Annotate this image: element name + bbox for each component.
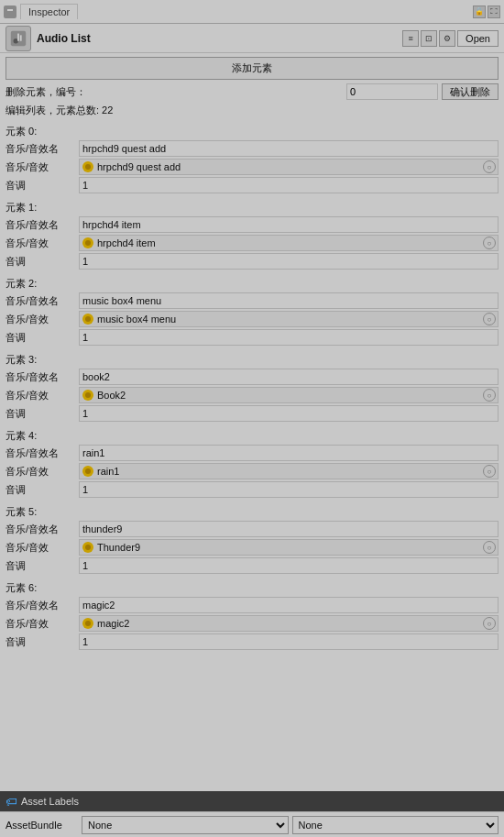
element-header-5: 元素 5: bbox=[5, 505, 499, 519]
edit-count-label: 编辑列表，元素总数: 22 bbox=[5, 104, 499, 117]
asset-circle-btn-3[interactable]: ○ bbox=[483, 389, 496, 402]
name-input-5[interactable] bbox=[79, 521, 499, 537]
pitch-input-4[interactable] bbox=[79, 481, 499, 498]
asset-label-4: 音乐/音效 bbox=[5, 465, 79, 479]
asset-dot-2 bbox=[82, 314, 93, 325]
pitch-input-2[interactable] bbox=[79, 329, 499, 346]
element-block-6: 元素 6: 音乐/音效名 音乐/音效 magic2 ○ 音调 bbox=[5, 581, 499, 650]
pitch-input-0[interactable] bbox=[79, 177, 499, 193]
app-icon bbox=[4, 6, 16, 18]
asset-field-6[interactable]: magic2 ○ bbox=[79, 615, 499, 632]
name-row-2: 音乐/音效名 bbox=[5, 292, 499, 309]
pitch-row-2: 音调 bbox=[5, 329, 499, 346]
asset-dot-1 bbox=[82, 237, 93, 248]
asset-field-3[interactable]: Book2 ○ bbox=[79, 387, 499, 403]
pitch-row-6: 音调 bbox=[5, 633, 499, 650]
pitch-label-4: 音调 bbox=[5, 483, 79, 497]
asset-bundle-select-1[interactable]: None bbox=[82, 816, 289, 834]
asset-dot-inner-5 bbox=[85, 545, 91, 550]
name-input-3[interactable] bbox=[79, 369, 499, 385]
pitch-label-2: 音调 bbox=[5, 331, 79, 345]
bottom-section: 🏷 Asset Labels AssetBundle None None bbox=[0, 791, 504, 837]
pitch-row-3: 音调 bbox=[5, 405, 499, 422]
audio-list-icon bbox=[5, 26, 31, 51]
pitch-input-1[interactable] bbox=[79, 253, 499, 270]
delete-row: 删除元素，编号： 确认删除 bbox=[5, 83, 499, 100]
name-row-6: 音乐/音效名 bbox=[5, 597, 499, 613]
elements-container: 元素 0: 音乐/音效名 音乐/音效 hrpchd9 quest add ○ 音… bbox=[5, 125, 499, 650]
confirm-delete-button[interactable]: 确认删除 bbox=[442, 83, 499, 100]
asset-circle-btn-5[interactable]: ○ bbox=[483, 541, 496, 554]
asset-circle-btn-1[interactable]: ○ bbox=[483, 237, 496, 249]
asset-label-5: 音乐/音效 bbox=[5, 541, 79, 555]
asset-row-5: 音乐/音效 Thunder9 ○ bbox=[5, 539, 499, 556]
asset-dot-6 bbox=[82, 618, 93, 629]
asset-field-0[interactable]: hrpchd9 quest add ○ bbox=[79, 159, 499, 175]
asset-field-5[interactable]: Thunder9 ○ bbox=[79, 539, 499, 556]
window-controls: 🔒 ⛶ bbox=[473, 6, 500, 18]
pitch-row-4: 音调 bbox=[5, 481, 499, 498]
pitch-label-5: 音调 bbox=[5, 559, 79, 573]
asset-dot-inner-2 bbox=[85, 316, 91, 322]
pitch-input-6[interactable] bbox=[79, 633, 499, 650]
element-block-3: 元素 3: 音乐/音效名 音乐/音效 Book2 ○ 音调 bbox=[5, 353, 499, 422]
layout-icon[interactable]: ⊡ bbox=[421, 30, 437, 47]
name-input-1[interactable] bbox=[79, 216, 499, 233]
asset-dot-5 bbox=[82, 542, 93, 553]
asset-label-6: 音乐/音效 bbox=[5, 617, 79, 631]
asset-circle-btn-0[interactable]: ○ bbox=[483, 160, 496, 173]
asset-value-5: Thunder9 bbox=[97, 542, 140, 553]
element-block-1: 元素 1: 音乐/音效名 音乐/音效 hrpchd4 item ○ 音调 bbox=[5, 201, 499, 270]
asset-value-2: music box4 menu bbox=[97, 314, 176, 325]
asset-circle-btn-4[interactable]: ○ bbox=[483, 465, 496, 478]
name-row-1: 音乐/音效名 bbox=[5, 216, 499, 233]
pitch-label-0: 音调 bbox=[5, 179, 79, 193]
delete-index-input[interactable] bbox=[346, 83, 438, 100]
svg-rect-4 bbox=[17, 33, 19, 40]
name-row-0: 音乐/音效名 bbox=[5, 140, 499, 157]
asset-label-3: 音乐/音效 bbox=[5, 389, 79, 402]
asset-dot-inner-3 bbox=[85, 392, 91, 398]
asset-bundle-select-2[interactable]: None bbox=[292, 816, 499, 834]
delete-label: 删除元素，编号： bbox=[5, 85, 346, 99]
lock-icon[interactable]: 🔒 bbox=[473, 6, 486, 18]
asset-circle-btn-2[interactable]: ○ bbox=[483, 313, 496, 325]
asset-row-0: 音乐/音效 hrpchd9 quest add ○ bbox=[5, 159, 499, 175]
asset-circle-btn-6[interactable]: ○ bbox=[483, 617, 496, 630]
name-input-2[interactable] bbox=[79, 292, 499, 309]
header-buttons: ≡ ⊡ ⚙ Open bbox=[402, 30, 499, 47]
asset-field-4[interactable]: rain1 ○ bbox=[79, 463, 499, 479]
settings-icon[interactable]: ≡ bbox=[402, 30, 419, 47]
element-header-1: 元素 1: bbox=[5, 201, 499, 215]
asset-label-0: 音乐/音效 bbox=[5, 160, 79, 174]
open-button[interactable]: Open bbox=[457, 30, 499, 47]
expand-icon[interactable]: ⛶ bbox=[488, 6, 500, 18]
name-label-0: 音乐/音效名 bbox=[5, 142, 79, 156]
element-block-2: 元素 2: 音乐/音效名 音乐/音效 music box4 menu ○ 音调 bbox=[5, 277, 499, 346]
svg-rect-5 bbox=[20, 35, 22, 40]
element-block-4: 元素 4: 音乐/音效名 音乐/音效 rain1 ○ 音调 bbox=[5, 429, 499, 498]
asset-field-2[interactable]: music box4 menu ○ bbox=[79, 311, 499, 327]
asset-row-3: 音乐/音效 Book2 ○ bbox=[5, 387, 499, 403]
asset-value-3: Book2 bbox=[97, 390, 126, 401]
name-input-0[interactable] bbox=[79, 140, 499, 157]
pitch-label-3: 音调 bbox=[5, 407, 79, 421]
asset-row-4: 音乐/音效 rain1 ○ bbox=[5, 463, 499, 479]
element-header-3: 元素 3: bbox=[5, 353, 499, 367]
add-element-button[interactable]: 添加元素 bbox=[5, 57, 499, 80]
pitch-input-3[interactable] bbox=[79, 405, 499, 422]
name-input-6[interactable] bbox=[79, 597, 499, 613]
asset-label-1: 音乐/音效 bbox=[5, 237, 79, 250]
asset-labels-bar: 🏷 Asset Labels bbox=[0, 791, 504, 811]
asset-field-1[interactable]: hrpchd4 item ○ bbox=[79, 235, 499, 251]
main-content: 添加元素 删除元素，编号： 确认删除 编辑列表，元素总数: 22 元素 0: 音… bbox=[0, 53, 504, 784]
asset-dot-3 bbox=[82, 390, 93, 401]
element-block-5: 元素 5: 音乐/音效名 音乐/音效 Thunder9 ○ 音调 bbox=[5, 505, 499, 574]
svg-rect-1 bbox=[7, 9, 13, 11]
name-input-4[interactable] bbox=[79, 445, 499, 461]
asset-labels-text: Asset Labels bbox=[21, 796, 79, 807]
pitch-input-5[interactable] bbox=[79, 557, 499, 574]
name-row-3: 音乐/音效名 bbox=[5, 369, 499, 385]
gear-icon[interactable]: ⚙ bbox=[439, 30, 455, 47]
name-label-1: 音乐/音效名 bbox=[5, 218, 79, 232]
